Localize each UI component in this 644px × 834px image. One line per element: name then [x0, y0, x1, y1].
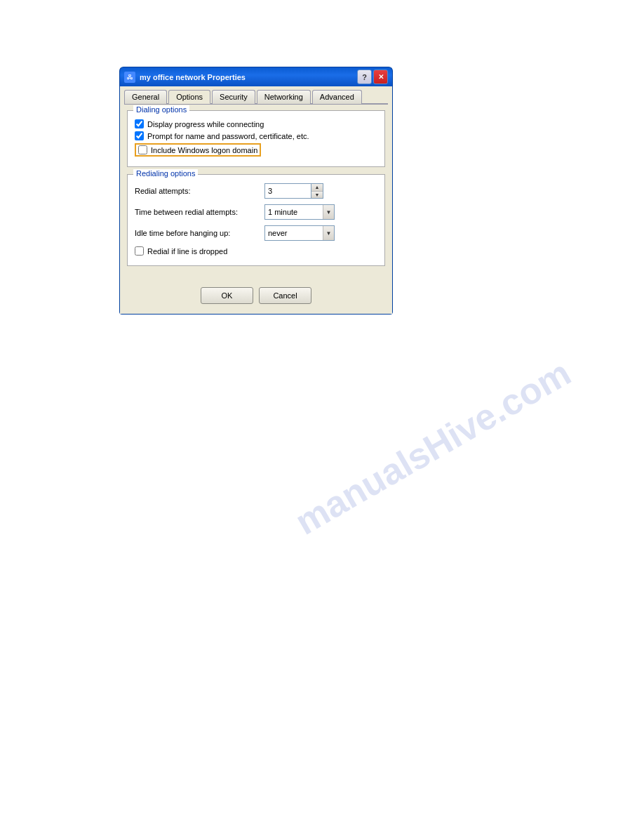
dialog-window: 🖧 my office network Properties ? ✕ Gener… [119, 67, 393, 315]
redialing-options-section: Redialing options Redial attempts: 3 ▲ ▼ [127, 174, 385, 266]
title-bar-buttons: ? ✕ [357, 70, 388, 84]
idle-time-value: never [265, 226, 323, 240]
dialog-title: my office network Properties [140, 73, 357, 81]
dialog-footer: OK Cancel [120, 280, 392, 314]
idle-time-arrow[interactable]: ▼ [323, 226, 334, 240]
idle-time-label: Idle time before hanging up: [135, 229, 264, 237]
redial-dropped-checkbox[interactable] [135, 246, 144, 256]
redialing-options-legend: Redialing options [133, 169, 198, 178]
cancel-button[interactable]: Cancel [259, 287, 311, 304]
idle-time-row: Idle time before hanging up: never ▼ [135, 225, 377, 241]
tabs-bar: General Options Security Networking Adva… [120, 86, 392, 103]
redial-attempts-input[interactable]: 3 [265, 184, 311, 198]
panel-area: Dialing options Display progress while c… [120, 105, 392, 280]
time-between-dropdown[interactable]: 1 minute ▼ [264, 204, 335, 220]
redial-dropped-label: Redial if line is dropped [147, 247, 227, 256]
time-between-arrow[interactable]: ▼ [323, 205, 334, 219]
prompt-name-row: Prompt for name and password, certificat… [135, 131, 377, 140]
title-bar: 🖧 my office network Properties ? ✕ [119, 67, 393, 86]
help-button[interactable]: ? [357, 70, 372, 84]
watermark: manualsHive.com [288, 350, 578, 543]
close-button[interactable]: ✕ [373, 70, 388, 84]
display-progress-row: Display progress while connecting [135, 119, 377, 128]
tab-advanced[interactable]: Advanced [312, 90, 362, 104]
spinner-down-button[interactable]: ▼ [311, 192, 323, 199]
dialing-options-section: Dialing options Display progress while c… [127, 110, 385, 167]
display-progress-label: Display progress while connecting [147, 120, 264, 128]
dialing-options-content: Display progress while connecting Prompt… [135, 119, 377, 157]
idle-time-dropdown[interactable]: never ▼ [264, 225, 335, 241]
time-between-row: Time between redial attempts: 1 minute ▼ [135, 204, 377, 220]
dialing-options-legend: Dialing options [133, 105, 189, 114]
tab-options[interactable]: Options [168, 90, 210, 104]
time-between-label: Time between redial attempts: [135, 208, 264, 216]
tab-security[interactable]: Security [212, 90, 255, 104]
ok-button[interactable]: OK [201, 287, 253, 304]
redial-dropped-row: Redial if line is dropped [135, 246, 377, 256]
spinner-buttons: ▲ ▼ [311, 184, 323, 198]
tab-networking[interactable]: Networking [257, 90, 311, 104]
include-logon-checkbox[interactable] [138, 145, 147, 154]
include-logon-label: Include Windows logon domain [151, 146, 257, 154]
include-logon-highlighted: Include Windows logon domain [135, 143, 261, 157]
spinner-up-button[interactable]: ▲ [311, 184, 323, 192]
dialog-body: General Options Security Networking Adva… [119, 86, 393, 315]
redialing-options-content: Redial attempts: 3 ▲ ▼ Time between redi… [135, 183, 377, 256]
time-between-value: 1 minute [265, 205, 323, 219]
redial-attempts-spinner[interactable]: 3 ▲ ▼ [264, 183, 323, 199]
display-progress-checkbox[interactable] [135, 119, 144, 128]
prompt-name-checkbox[interactable] [135, 131, 144, 140]
dialog-icon: 🖧 [124, 72, 135, 83]
prompt-name-label: Prompt for name and password, certificat… [147, 132, 309, 140]
redial-attempts-label: Redial attempts: [135, 187, 264, 195]
tab-general[interactable]: General [124, 90, 167, 104]
redial-attempts-row: Redial attempts: 3 ▲ ▼ [135, 183, 377, 199]
include-logon-row: Include Windows logon domain [135, 143, 377, 157]
